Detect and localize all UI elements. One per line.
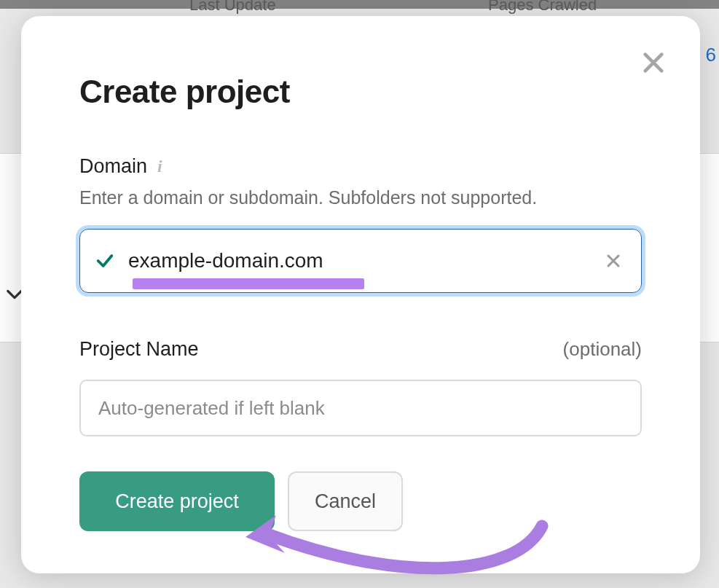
dialog-button-row: Create project Cancel xyxy=(79,471,642,531)
close-button[interactable] xyxy=(637,47,669,79)
create-project-button[interactable]: Create project xyxy=(79,471,275,531)
domain-input-container[interactable] xyxy=(79,229,642,293)
project-name-label: Project Name xyxy=(79,338,199,361)
domain-hint: Enter a domain or subdomain. Subfolders … xyxy=(79,187,642,208)
check-icon xyxy=(95,251,115,271)
optional-tag: (optional) xyxy=(563,338,642,361)
info-icon[interactable]: i xyxy=(157,157,162,176)
chevron-down-icon xyxy=(7,289,23,304)
cancel-button[interactable]: Cancel xyxy=(288,471,403,531)
project-name-input[interactable] xyxy=(79,380,642,436)
background-header-bar xyxy=(0,0,719,9)
domain-label: Domain xyxy=(79,155,147,178)
clear-input-button[interactable] xyxy=(605,252,622,270)
domain-input[interactable] xyxy=(128,249,605,273)
bg-right-value: 6 xyxy=(706,44,716,66)
bg-column-last-update: Last Update xyxy=(189,0,276,15)
close-icon xyxy=(641,50,666,75)
bg-column-pages-crawled: Pages Crawled xyxy=(488,0,597,15)
annotation-highlight xyxy=(133,278,364,289)
dialog-title: Create project xyxy=(79,74,642,110)
domain-field-group: Domain i Enter a domain or subdomain. Su… xyxy=(79,155,642,293)
x-icon xyxy=(605,252,622,270)
project-name-label-row: Project Name (optional) xyxy=(79,338,642,361)
create-project-dialog: Create project Domain i Enter a domain o… xyxy=(21,16,700,573)
